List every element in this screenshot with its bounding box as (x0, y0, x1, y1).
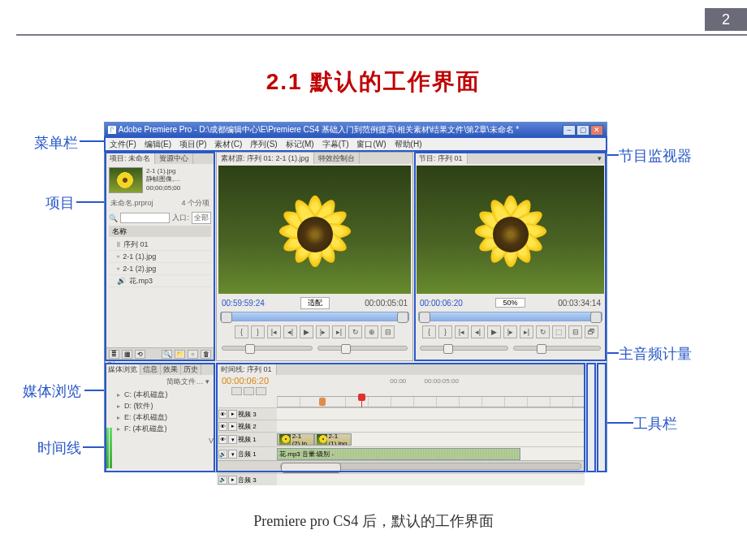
list-view-button[interactable]: ≣ (109, 350, 119, 359)
track-video2[interactable]: 👁▸视频 2 (217, 420, 585, 432)
program-zoom-select[interactable]: 50% (495, 298, 525, 308)
media-filter[interactable]: 简略文件… (166, 377, 203, 386)
program-jog[interactable] (420, 346, 508, 351)
list-item[interactable]: 🔊花.mp3 (109, 275, 211, 287)
tab-resource[interactable]: 资源中心 (155, 153, 193, 164)
step-fwd-button[interactable]: |▸ (316, 325, 330, 338)
search-input[interactable] (120, 213, 170, 223)
tab-timeline[interactable]: 时间线: 序列 01 (217, 364, 277, 375)
sync-button[interactable] (256, 387, 266, 395)
overwrite-button[interactable]: ⊟ (381, 325, 395, 338)
source-tc-left[interactable]: 00:59:59:24 (222, 299, 265, 308)
speaker-icon[interactable]: 🔊 (218, 476, 227, 485)
source-jog[interactable] (222, 346, 313, 351)
drive-item[interactable]: E: (本机磁盘) (106, 411, 214, 423)
mark-in-button[interactable]: { (422, 325, 436, 338)
menu-help[interactable]: 帮助(H) (391, 139, 425, 150)
track-audio3[interactable]: 🔊▸音频 3 (217, 473, 585, 485)
tab-media[interactable]: 媒体浏览 (106, 364, 140, 375)
video-clip[interactable]: 2-1 (2).jp (277, 433, 314, 446)
timeline-tc[interactable]: 00:00:06:20 (222, 376, 269, 386)
search-icon[interactable]: 🔍 (109, 214, 118, 222)
extract-button[interactable]: ⊟ (568, 325, 582, 338)
close-button[interactable]: ✕ (590, 125, 603, 136)
drive-item[interactable]: D: (软件) (106, 400, 214, 411)
menu-sequence[interactable]: 序列(S) (247, 139, 280, 150)
step-back-button[interactable]: ◂| (471, 325, 485, 338)
menu-file[interactable]: 文件(F) (106, 139, 140, 150)
speaker-icon[interactable]: 🔊 (218, 450, 227, 459)
list-item[interactable]: ⫴序列 01 (109, 239, 211, 251)
tab-history[interactable]: 历史 (181, 364, 201, 375)
source-shuttle[interactable] (317, 346, 408, 351)
tab-project[interactable]: 项目: 未命名 (106, 153, 155, 164)
eye-icon[interactable]: 👁 (218, 422, 227, 431)
snap-button[interactable] (231, 387, 242, 395)
video-clip[interactable]: 2-1 (1).jpg (314, 433, 352, 446)
tab-info[interactable]: 信息 (140, 364, 161, 375)
tab-program[interactable]: 节目: 序列 01 (415, 153, 468, 164)
program-scrubber[interactable] (418, 312, 602, 321)
program-tc-left[interactable]: 00:00:06:20 (420, 299, 463, 308)
work-area-marker[interactable] (319, 398, 326, 406)
eye-icon[interactable]: 👁 (218, 435, 227, 444)
tab-source[interactable]: 素材源: 序列 01: 2-1 (1).jpg (217, 153, 314, 164)
annot-meters: 主音频计量 (619, 344, 692, 364)
step-back-button[interactable]: ◂| (283, 325, 297, 338)
menu-edit[interactable]: 编辑(E) (141, 139, 175, 150)
loop-button[interactable]: ↻ (348, 325, 362, 338)
maximize-button[interactable]: ▢ (576, 125, 589, 136)
search-scope-select[interactable]: 全部 (192, 212, 211, 224)
icon-view-button[interactable]: ▦ (122, 350, 132, 359)
project-toolbar: ≣ ▦ ⟲ 🔍 📁 ▫ 🗑 (106, 347, 214, 360)
menu-window[interactable]: 窗口(W) (353, 139, 389, 150)
mark-out-button[interactable]: } (251, 325, 265, 338)
menu-project[interactable]: 项目(P) (176, 139, 209, 150)
drive-item[interactable]: F: (本机磁盘) (106, 423, 214, 434)
eye-icon[interactable]: 👁 (218, 410, 227, 419)
program-monitor[interactable] (417, 166, 604, 294)
panel-menu-icon[interactable]: ▾ (594, 153, 606, 164)
loop-button[interactable]: ↻ (536, 325, 550, 338)
goto-out-button[interactable]: ▸| (520, 325, 533, 338)
minimize-button[interactable]: – (563, 125, 576, 136)
list-item[interactable]: ▫2-1 (2).jpg (109, 263, 211, 275)
audio-clip[interactable]: 花.mp3 音量:级别 - (277, 448, 520, 460)
project-thumb[interactable] (109, 167, 143, 193)
project-column-name[interactable]: 名称 (109, 226, 211, 237)
tab-effects[interactable]: 效果 (161, 364, 181, 375)
new-item-button[interactable]: ▫ (188, 350, 198, 359)
new-bin-button[interactable]: 📁 (175, 350, 185, 359)
timeline-ruler[interactable] (277, 396, 585, 407)
window-titlebar[interactable]: 🅿 Adobe Premiere Pro - D:\成都编辑中心\E\Premi… (105, 123, 607, 137)
menu-marker[interactable]: 标记(M) (283, 139, 317, 150)
tab-effects-ctl[interactable]: 特效控制台 (314, 153, 360, 164)
goto-out-button[interactable]: ▸| (332, 325, 346, 338)
track-video3[interactable]: 👁▸视频 3 (217, 407, 585, 420)
program-shuttle[interactable] (513, 346, 602, 351)
goto-in-button[interactable]: |◂ (455, 325, 468, 338)
timeline-zoom-scroll[interactable] (280, 463, 581, 470)
lift-button[interactable]: ⬚ (552, 325, 566, 338)
source-fit-select[interactable]: 适配 (300, 297, 330, 309)
mark-out-button[interactable]: } (438, 325, 452, 338)
auto-button[interactable]: ⟲ (135, 350, 145, 359)
delete-button[interactable]: 🗑 (201, 350, 211, 359)
source-monitor[interactable] (218, 166, 411, 294)
insert-button[interactable]: ⊕ (365, 325, 378, 338)
mark-in-button[interactable]: { (235, 325, 248, 338)
export-frame-button[interactable]: 🗗 (585, 325, 598, 338)
play-button[interactable]: ▶ (300, 325, 313, 338)
marker-button[interactable] (244, 387, 254, 395)
find-button[interactable]: 🔍 (162, 350, 172, 359)
track-audio1[interactable]: 🔊▾音频 1 花.mp3 音量:级别 - (217, 446, 585, 461)
play-button[interactable]: ▶ (487, 325, 501, 338)
track-video1[interactable]: 👁▾视频 1 2-1 (2).jp 2-1 (1).jpg (217, 432, 585, 446)
source-scrubber[interactable] (220, 312, 409, 321)
step-fwd-button[interactable]: |▸ (503, 325, 517, 338)
menu-title[interactable]: 字幕(T) (319, 139, 352, 150)
drive-item[interactable]: C: (本机磁盘) (106, 389, 214, 400)
menu-clip[interactable]: 素材(C) (211, 139, 245, 150)
list-item[interactable]: ▫2-1 (1).jpg (109, 251, 211, 263)
goto-in-button[interactable]: |◂ (267, 325, 281, 338)
